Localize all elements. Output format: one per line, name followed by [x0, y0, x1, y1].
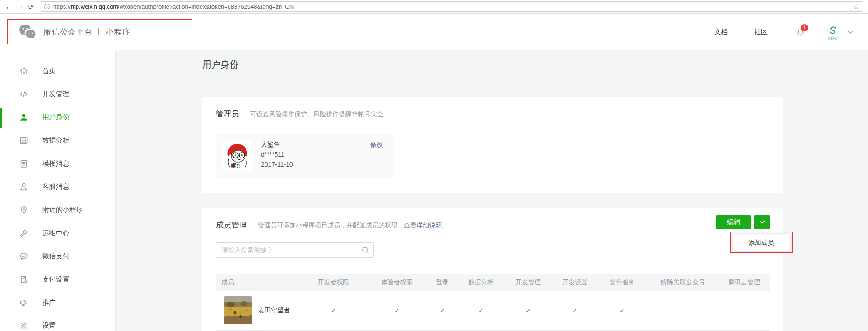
- admin-avatar-text: 喔!!: [231, 163, 240, 168]
- annotation-box-add-member: 添加成员: [730, 232, 793, 253]
- permission-cell: –: [719, 307, 770, 314]
- sidebar-item-label: 支付设置: [42, 275, 69, 284]
- permission-cell: –: [647, 307, 719, 314]
- bookmark-star-icon[interactable]: ☆: [853, 3, 859, 11]
- sidebar-item-ops-center[interactable]: 运维中心: [0, 222, 115, 245]
- sidebar: 首页 开发管理 用户身份 数据分析 模板消息: [0, 50, 116, 331]
- megaphone-icon: [19, 298, 28, 307]
- search-icon[interactable]: [361, 246, 369, 254]
- admin-name: 大鲨鱼: [261, 139, 293, 149]
- col-pause-service: 暂停服务: [597, 278, 647, 287]
- notification-bell-icon[interactable]: 1: [796, 28, 805, 37]
- admin-date: 2017-11-10: [261, 159, 293, 169]
- table-row: 麦田守望者 ✓ ✓ ✓ ✓ ✓ ✓ ✓ – –: [216, 291, 770, 331]
- brand[interactable]: 微信公众平台 丨 小程序: [18, 24, 130, 40]
- template-doc-icon: [19, 159, 28, 168]
- sidebar-item-template-message[interactable]: 模板消息: [0, 152, 115, 175]
- url-path: /wxopen/authprofile?action=index&token=6…: [118, 3, 294, 10]
- browser-chrome: ← → ⟳ ⓘ https://mp.weixin.qq.com/wxopen/…: [0, 0, 868, 14]
- customer-service-icon: [19, 183, 28, 192]
- location-pin-icon: [19, 206, 28, 215]
- sidebar-item-label: 推广: [42, 298, 56, 307]
- page-title: 用户身份: [202, 59, 239, 71]
- subtitle-text: 管理员可添加小程序项目成员，并配置成员的权限，查看: [258, 222, 417, 229]
- sidebar-item-dev-management[interactable]: 开发管理: [0, 83, 115, 106]
- user-icon: [19, 113, 28, 122]
- edit-dropdown-toggle[interactable]: [754, 215, 770, 229]
- sidebar-item-label: 首页: [42, 67, 56, 75]
- admin-avatar: 喔!!: [222, 141, 252, 171]
- sidebar-item-label: 客服消息: [42, 183, 69, 191]
- col-unlink-official-account: 解除关联公众号: [647, 278, 719, 287]
- detail-help-link[interactable]: 详细说明: [417, 222, 442, 229]
- sidebar-item-nearby-miniprogram[interactable]: 附近的小程序: [0, 198, 115, 222]
- wechat-logo-icon: [18, 24, 37, 40]
- phone-gear-icon: [19, 275, 28, 284]
- permission-cell: ✓: [458, 306, 504, 315]
- permission-cell: ✓: [427, 306, 458, 315]
- browser-back-button[interactable]: ←: [4, 2, 15, 11]
- nav-docs-link[interactable]: 文档: [714, 28, 728, 36]
- sidebar-item-home[interactable]: 首页: [0, 59, 115, 83]
- code-icon: [19, 90, 28, 99]
- col-tester-permission: 体验者权限: [368, 278, 427, 287]
- col-tencent-cloud: 腾讯云管理: [719, 278, 770, 287]
- miniprogram-avatar-icon: [827, 24, 839, 36]
- admin-info-box: 喔!! 大鲨鱼 d****511 2017-11-10 修改: [216, 134, 393, 178]
- chevron-down-icon: [759, 220, 765, 224]
- sidebar-item-label: 微信支付: [42, 252, 69, 261]
- main-content: 用户身份 管理员 可设置风险操作保护、风险操作提醒等帐号安全 喔!!: [116, 50, 868, 331]
- account-avatar[interactable]: 安途医疗: [827, 24, 839, 40]
- col-developer-permission: 开发者权限: [299, 278, 368, 287]
- member-section-subtitle: 管理员可添加小程序项目成员，并配置成员的权限，查看详细说明。: [258, 222, 448, 230]
- permission-cell: ✓: [504, 306, 553, 315]
- modify-link[interactable]: 修改: [370, 141, 383, 149]
- sidebar-item-label: 用户身份: [42, 113, 69, 122]
- col-member: 成员: [216, 278, 299, 287]
- page-info-icon[interactable]: ⓘ: [44, 3, 50, 11]
- account-chevron-down-icon[interactable]: [848, 30, 853, 34]
- sidebar-item-settings[interactable]: 设置: [0, 314, 115, 331]
- member-section-title: 成员管理: [216, 220, 247, 230]
- sidebar-item-promotion[interactable]: 推广: [0, 291, 115, 314]
- home-icon: [19, 67, 28, 76]
- member-search-input[interactable]: [216, 242, 374, 258]
- browser-forward-button[interactable]: →: [15, 2, 25, 11]
- url-domain: mp.weixin.qq.com: [71, 3, 118, 10]
- col-login: 登录: [427, 278, 458, 287]
- sidebar-item-label: 附近的小程序: [42, 206, 83, 214]
- permission-cell: ✓: [553, 306, 597, 315]
- edit-button[interactable]: 编辑: [716, 215, 751, 229]
- col-dev-settings: 开发设置: [553, 278, 597, 287]
- nav-community-link[interactable]: 社区: [754, 28, 768, 36]
- table-header-row: 成员 开发者权限 体验者权限 登录 数据分析 开发管理 开发设置 暂停服务 解除…: [216, 274, 770, 291]
- sidebar-item-label: 运维中心: [42, 229, 69, 237]
- site-header: 微信公众平台 丨 小程序 文档 社区 1 安途医疗: [0, 14, 868, 50]
- sidebar-item-user-identity[interactable]: 用户身份: [0, 106, 115, 129]
- notification-badge: 1: [801, 24, 808, 31]
- sidebar-item-pay-settings[interactable]: 支付设置: [0, 268, 115, 291]
- permission-cell: ✓: [299, 306, 368, 315]
- member-management-card: 成员管理 管理员可添加小程序项目成员，并配置成员的权限，查看详细说明。 编辑 添…: [202, 208, 783, 331]
- sidebar-item-label: 设置: [42, 321, 56, 330]
- admin-account: d****511: [261, 149, 293, 159]
- url-scheme: https://: [53, 3, 71, 10]
- bar-chart-icon: [19, 136, 28, 145]
- permission-cell: ✓: [368, 306, 427, 315]
- col-dev-management: 开发管理: [504, 278, 553, 287]
- admin-section-subtitle: 可设置风险操作保护、风险操作提醒等帐号安全: [250, 110, 383, 119]
- sidebar-active-indicator: [0, 108, 2, 128]
- sidebar-item-wechat-pay[interactable]: 微信支付: [0, 245, 115, 268]
- sidebar-item-label: 模板消息: [42, 159, 69, 168]
- sidebar-item-customer-service[interactable]: 客服消息: [0, 175, 115, 198]
- sidebar-item-data-analysis[interactable]: 数据分析: [0, 129, 115, 152]
- chat-check-icon: [19, 252, 28, 261]
- address-bar[interactable]: ⓘ https://mp.weixin.qq.com/wxopen/authpr…: [40, 1, 863, 12]
- sidebar-item-label: 开发管理: [42, 90, 69, 99]
- subtitle-period: 。: [442, 222, 448, 229]
- member-table: 成员 开发者权限 体验者权限 登录 数据分析 开发管理 开发设置 暂停服务 解除…: [216, 274, 770, 331]
- add-member-menu-item[interactable]: 添加成员: [732, 233, 790, 251]
- admin-section-title: 管理员: [216, 109, 239, 119]
- wrench-icon: [19, 229, 28, 238]
- browser-reload-button[interactable]: ⟳: [25, 3, 36, 11]
